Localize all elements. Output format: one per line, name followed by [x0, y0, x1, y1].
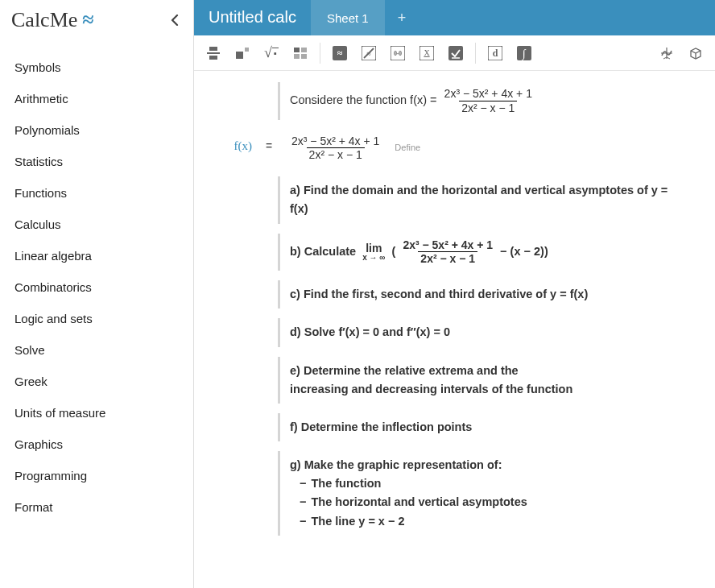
cell-content[interactable]: a) Find the domain and the horizontal an… — [278, 176, 696, 223]
cell-content[interactable]: b) Calculate lim x → ∞ ( 2x³ − 5x² + 4x … — [278, 234, 696, 271]
row-eq — [260, 451, 278, 461]
tab-label: Sheet 1 — [327, 11, 369, 25]
cell-a: a) Find the domain and the horizontal an… — [213, 176, 696, 223]
text: f) Determine the inflection points — [290, 420, 472, 433]
sidebar-item-polynomials[interactable]: Polynomials — [0, 114, 193, 146]
text: The function — [311, 477, 381, 490]
row-gutter — [213, 451, 260, 461]
matrix-button[interactable] — [286, 39, 315, 68]
sidebar-item-units[interactable]: Units of measure — [0, 397, 193, 429]
sidebar-item-calculus[interactable]: Calculus — [0, 209, 193, 240]
row-gutter — [213, 413, 260, 423]
svg-text:0·0: 0·0 — [394, 50, 402, 57]
sidebar-item-statistics[interactable]: Statistics — [0, 146, 193, 177]
approx-button[interactable]: ≈ — [325, 39, 354, 68]
define-badge[interactable]: Define — [395, 141, 420, 155]
toolbar-separator — [320, 43, 320, 64]
cell-e: e) Determine the relative extrema and th… — [213, 357, 696, 404]
cell-content[interactable]: c) Find the first, second and third deri… — [278, 280, 696, 308]
sidebar-item-programming[interactable]: Programming — [0, 460, 193, 491]
fraction: 2x³ − 5x² + 4x + 1 2x² − x − 1 — [400, 238, 495, 267]
sidebar-item-label: Linear algebra — [14, 249, 92, 263]
text: c) Find the first, second and third deri… — [290, 288, 588, 300]
row-eq — [260, 234, 278, 243]
sidebar-item-label: Calculus — [14, 217, 61, 231]
decimal-button[interactable]: 0·0 — [383, 39, 412, 68]
row-gutter — [213, 234, 260, 243]
text: e) Determine the relative extrema and th… — [290, 362, 686, 380]
denominator: 2x² − x − 1 — [418, 251, 477, 266]
cell-c: c) Find the first, second and third deri… — [213, 280, 696, 308]
sidebar-item-greek[interactable]: Greek — [0, 366, 193, 397]
cell-content[interactable]: 2x³ − 5x² + 4x + 1 2x² − x − 1 Define — [278, 130, 696, 168]
sidebar-item-label: Combinatorics — [14, 280, 92, 294]
row-eq — [260, 357, 278, 366]
sidebar-item-label: Graphics — [14, 437, 63, 451]
cell-definition: f(x) = 2x³ − 5x² + 4x + 1 2x² − x − 1 De… — [213, 130, 696, 168]
numerator: 2x³ − 5x² + 4x + 1 — [442, 87, 535, 101]
derivative-button[interactable]: d — [481, 39, 510, 68]
cell-d: d) Solve f′(x) = 0 and f′′(x) = 0 — [213, 318, 696, 346]
numerator: 2x³ − 5x² + 4x + 1 — [289, 135, 382, 148]
sidebar-item-arithmetic[interactable]: Arithmetic — [0, 83, 193, 114]
cell-content[interactable]: g) Make the graphic representation of: −… — [278, 451, 696, 536]
collapse-sidebar-button[interactable] — [167, 11, 182, 29]
sidebar: CalcMe ≈ Symbols Arithmetic Polynomials … — [0, 0, 194, 588]
lim-label: lim — [366, 242, 382, 254]
sidebar-item-combinatorics[interactable]: Combinatorics — [0, 271, 193, 303]
cell-content[interactable]: d) Solve f′(x) = 0 and f′′(x) = 0 — [278, 318, 696, 346]
svg-rect-6 — [301, 48, 307, 52]
svg-text:d: d — [493, 48, 498, 59]
fraction: 2x³ − 5x² + 4x + 1 2x² − x − 1 — [289, 135, 382, 163]
worksheet[interactable]: Considere the function f(x) = 2x³ − 5x² … — [194, 71, 715, 588]
svg-text:X: X — [424, 48, 430, 57]
text: a) Find the domain and the horizontal an… — [290, 184, 667, 215]
integral-button[interactable]: ∫ — [510, 39, 539, 68]
no-approx-button[interactable]: ≈ — [354, 39, 383, 68]
text: − (x − 2)) — [500, 245, 548, 258]
cell-content[interactable]: Considere the function f(x) = 2x³ − 5x² … — [278, 82, 696, 120]
evaluate-button[interactable]: X — [412, 39, 441, 68]
cell-content[interactable]: f) Determine the inflection points — [278, 413, 696, 441]
sidebar-item-label: Statistics — [14, 155, 63, 168]
open-paren: ( — [392, 245, 396, 258]
sidebar-item-symbols[interactable]: Symbols — [0, 52, 193, 83]
sidebar-item-label: Programming — [14, 469, 87, 482]
sidebar-header: CalcMe ≈ — [0, 0, 193, 45]
sidebar-item-functions[interactable]: Functions — [0, 177, 193, 209]
exponent-button[interactable] — [228, 39, 257, 68]
sqrt-button[interactable]: √▪ — [257, 39, 286, 68]
dash-icon: − — [300, 477, 306, 490]
numerator: 2x³ − 5x² + 4x + 1 — [400, 238, 495, 252]
toolbar-separator — [475, 43, 476, 64]
sidebar-item-linear-algebra[interactable]: Linear algebra — [0, 240, 193, 271]
plus-icon: + — [398, 10, 407, 27]
cell-b: b) Calculate lim x → ∞ ( 2x³ − 5x² + 4x … — [213, 234, 696, 271]
main-area: Untitled calc Sheet 1 + √▪ ≈ ≈ 0·0 — [194, 0, 715, 588]
fraction-button[interactable] — [199, 39, 228, 68]
dash-icon: − — [300, 515, 306, 528]
add-sheet-button[interactable]: + — [385, 0, 419, 35]
svg-rect-4 — [245, 48, 249, 52]
row-gutter — [213, 357, 260, 366]
plot-3d-button[interactable] — [681, 39, 710, 68]
row-eq — [260, 318, 278, 328]
cell-content[interactable]: e) Determine the relative extrema and th… — [278, 357, 696, 404]
document-title[interactable]: Untitled calc — [194, 0, 311, 35]
svg-rect-3 — [236, 52, 243, 59]
tab-sheet-1[interactable]: Sheet 1 — [311, 0, 385, 35]
assign-button[interactable] — [441, 39, 470, 68]
app-name: CalcMe — [11, 8, 77, 32]
list-item: −The function — [300, 474, 686, 493]
plot-2d-button[interactable] — [652, 39, 681, 68]
row-eq — [260, 413, 278, 423]
cell-intro: Considere the function f(x) = 2x³ − 5x² … — [213, 82, 696, 120]
sidebar-item-format[interactable]: Format — [0, 491, 193, 523]
svg-rect-2 — [209, 56, 217, 60]
sidebar-item-label: Greek — [14, 375, 48, 388]
svg-rect-8 — [301, 54, 307, 59]
sidebar-item-logic-sets[interactable]: Logic and sets — [0, 303, 193, 334]
row-gutter — [213, 176, 260, 186]
sidebar-item-solve[interactable]: Solve — [0, 334, 193, 366]
sidebar-item-graphics[interactable]: Graphics — [0, 429, 193, 460]
